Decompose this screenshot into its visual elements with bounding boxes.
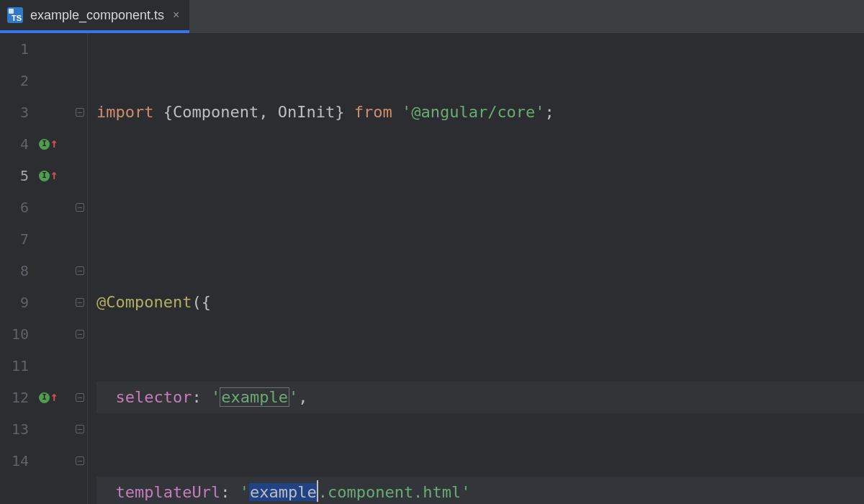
code-line[interactable]: selector: 'example', (96, 382, 864, 413)
punctuation: ; (545, 103, 554, 121)
inlay-change-marker[interactable]: I↑ (39, 382, 58, 413)
fold-toggle-icon[interactable] (76, 425, 84, 433)
string-quote: ' (402, 103, 411, 121)
string-quote: ' (289, 388, 298, 406)
keyword: from (344, 103, 401, 121)
editor-tab-bar: TS example_component.ts × (0, 0, 864, 33)
line-number-gutter: 1 2 3 4 5 6 7 8 9 10 11 12 13 14 (0, 33, 36, 504)
decorator-at: @ (96, 293, 106, 311)
punctuation: : (192, 388, 211, 406)
rename-selection[interactable]: example (249, 483, 318, 501)
code-line[interactable]: @Component({ (96, 287, 864, 318)
fold-toggle-icon[interactable] (76, 203, 84, 212)
code-line[interactable] (96, 192, 864, 223)
inlay-change-marker[interactable]: I↑ (39, 128, 58, 160)
fold-column (75, 33, 88, 504)
line-number[interactable]: 7 (0, 223, 29, 255)
identifier: OnInit (278, 103, 335, 121)
line-number-current[interactable]: 5 (0, 160, 29, 192)
typescript-file-icon: TS (7, 7, 23, 23)
line-number[interactable]: 2 (0, 65, 29, 96)
line-number[interactable]: 10 (0, 318, 29, 350)
brace: } (335, 103, 344, 121)
line-number[interactable]: 1 (0, 33, 29, 65)
code-line[interactable]: import {Component, OnInit} from '@angula… (96, 96, 864, 128)
string-quote: ' (240, 483, 249, 501)
line-number[interactable]: 14 (0, 445, 29, 477)
inlay-change-marker[interactable]: I↑ (39, 160, 58, 192)
line-number[interactable]: 11 (0, 350, 29, 382)
indent (96, 388, 116, 406)
identifier: Component (173, 103, 258, 121)
fold-toggle-icon[interactable] (76, 108, 84, 117)
code-editor[interactable]: 1 2 3 4 5 6 7 8 9 10 11 12 13 14 I↑ I↑ I… (0, 33, 864, 504)
line-number[interactable]: 8 (0, 255, 29, 287)
string-quote: ' (535, 103, 544, 121)
file-tab[interactable]: TS example_component.ts × (0, 0, 189, 33)
property-key: templateUrl (116, 483, 221, 501)
string-quote: ' (461, 483, 470, 501)
fold-toggle-icon[interactable] (76, 266, 84, 275)
fold-toggle-icon[interactable] (76, 393, 84, 402)
indent (96, 483, 116, 501)
line-number[interactable]: 3 (0, 96, 29, 128)
fold-toggle-icon[interactable] (76, 330, 84, 338)
fold-toggle-icon[interactable] (76, 298, 84, 307)
line-number[interactable]: 9 (0, 287, 29, 318)
keyword: import (96, 103, 153, 121)
code-area[interactable]: import {Component, OnInit} from '@angula… (88, 33, 864, 504)
line-number[interactable]: 12 (0, 382, 29, 413)
line-number[interactable]: 13 (0, 413, 29, 445)
string-quote: ' (211, 388, 220, 406)
rename-occurrence[interactable]: example (220, 388, 289, 406)
brace: ({ (192, 293, 211, 311)
code-line-current[interactable]: templateUrl: 'example.component.html' (96, 477, 864, 504)
string: @angular/core (411, 103, 535, 121)
file-tab-label: example_component.ts (30, 8, 164, 23)
property-key: selector (116, 388, 192, 406)
string: .component.html (318, 483, 462, 501)
punctuation: , (258, 103, 278, 121)
fold-toggle-icon[interactable] (76, 456, 84, 465)
punctuation: , (298, 388, 307, 406)
punctuation: : (220, 483, 240, 501)
line-number[interactable]: 6 (0, 192, 29, 223)
decorator-name: Component (106, 293, 192, 311)
line-number[interactable]: 4 (0, 128, 29, 160)
close-tab-icon[interactable]: × (171, 9, 179, 22)
gutter-marks: I↑ I↑ I↑ (36, 33, 75, 504)
brace: { (163, 103, 173, 121)
